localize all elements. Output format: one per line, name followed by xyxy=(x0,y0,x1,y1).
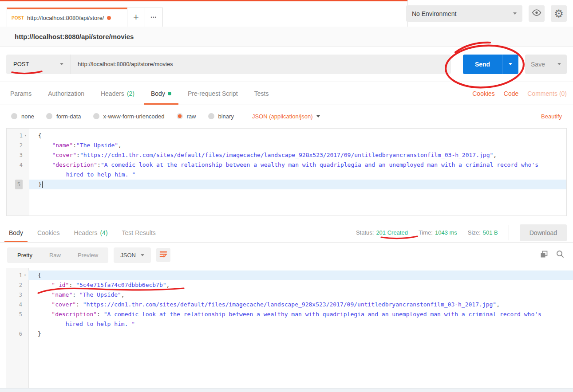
tab-authorization[interactable]: Authorization xyxy=(48,82,84,105)
editor-line[interactable]: 1▾{ xyxy=(7,131,566,141)
environment-quick-look-button[interactable] xyxy=(529,5,545,22)
request-tab[interactable]: POST http://localhost:8080/api/store/ xyxy=(7,8,127,27)
request-url-input[interactable] xyxy=(71,55,451,74)
chevron-down-icon xyxy=(141,254,144,256)
line-number-gutter: 5 xyxy=(7,180,29,189)
copy-response-button[interactable] xyxy=(540,251,548,260)
response-format-selector[interactable]: JSON xyxy=(114,247,151,263)
radio-selected-icon[interactable] xyxy=(177,113,183,119)
response-tab-cookies[interactable]: Cookies xyxy=(37,223,60,242)
editor-line[interactable]: 2 "name":"The Upside", xyxy=(7,141,566,150)
line-number-gutter: 3 xyxy=(7,150,29,160)
view-mode-raw[interactable]: Raw xyxy=(41,252,69,259)
beautify-link[interactable]: Beautify xyxy=(541,113,562,120)
request-body-editor[interactable]: 1▾{2 "name":"The Upside",3 "cover":"http… xyxy=(6,128,567,216)
app-top-bar: POST http://localhost:8080/api/store/ + … xyxy=(0,0,573,27)
response-view-mode-group: Pretty Raw Preview xyxy=(7,247,108,263)
time-value: 1043 ms xyxy=(435,229,457,236)
text-cursor xyxy=(42,181,43,188)
line-number-gutter xyxy=(7,170,29,180)
body-filled-dot xyxy=(168,92,171,95)
fold-toggle-icon[interactable]: ▾ xyxy=(24,131,28,141)
response-header: Body Cookies Headers (4) Test Results St… xyxy=(0,223,573,243)
comments-link[interactable]: Comments (0) xyxy=(527,90,567,97)
tab-method-badge: POST xyxy=(12,16,24,20)
response-size: Size: 501 B xyxy=(468,229,498,236)
top-accent-bar xyxy=(0,0,407,1)
body-type-none[interactable]: none xyxy=(11,113,34,120)
url-builder-row: POST Send Save xyxy=(0,47,573,82)
line-number-gutter: 4 xyxy=(6,300,28,310)
chevron-down-icon xyxy=(557,63,561,65)
tab-body[interactable]: Body xyxy=(151,82,171,105)
body-type-binary[interactable]: binary xyxy=(208,113,234,120)
new-tab-button[interactable]: + xyxy=(127,8,145,27)
tab-url-label: http://localhost:8080/api/store/ xyxy=(27,15,104,21)
body-type-row: none form-data x-www-form-urlencoded raw… xyxy=(0,105,573,127)
tab-tests[interactable]: Tests xyxy=(254,82,269,105)
response-tab-headers[interactable]: Headers (4) xyxy=(74,223,108,242)
gear-icon: ⚙ xyxy=(554,8,564,19)
size-value: 501 B xyxy=(483,229,498,236)
response-body-viewer[interactable]: 1▾{2 "_id": "5c4e715fa74c07dbbb6ecb7b",3… xyxy=(6,268,573,388)
response-toolbar: Pretty Raw Preview JSON xyxy=(0,243,573,267)
editor-line[interactable]: 5} xyxy=(7,180,566,189)
response-tab-test-results[interactable]: Test Results xyxy=(122,223,156,242)
radio-icon[interactable] xyxy=(93,113,99,119)
wrap-lines-button[interactable] xyxy=(156,248,170,262)
line-number-gutter: 4 xyxy=(7,160,29,170)
response-tab-body[interactable]: Body xyxy=(9,223,23,242)
line-number-gutter: 1▾ xyxy=(6,270,28,280)
request-tab-strip: POST http://localhost:8080/api/store/ + … xyxy=(7,8,163,27)
editor-line[interactable]: 4 "description":"A comedic look at the r… xyxy=(7,160,566,170)
editor-line[interactable]: 3 "cover":"https://cdn1.thr.com/sites/de… xyxy=(7,150,566,160)
download-button[interactable]: Download xyxy=(520,224,567,241)
editor-line[interactable]: 5 "description": "A comedic look at the … xyxy=(6,310,573,319)
environment-selected-label: No Environment xyxy=(412,10,456,17)
editor-line[interactable]: hired to help him. " xyxy=(7,170,566,180)
bottom-scrollbar-track[interactable] xyxy=(0,388,573,392)
tab-params[interactable]: Params xyxy=(10,82,32,105)
line-number-gutter: 1▾ xyxy=(7,131,29,141)
headers-count-badge: (2) xyxy=(127,90,134,97)
editor-line[interactable]: hired to help him. " xyxy=(6,319,573,329)
search-icon xyxy=(556,252,564,259)
body-type-form-data[interactable]: form-data xyxy=(46,113,81,120)
http-method-selector[interactable]: POST xyxy=(6,55,71,74)
editor-line[interactable]: 2 "_id": "5c4e715fa74c07dbbb6ecb7b", xyxy=(6,280,573,290)
radio-icon[interactable] xyxy=(208,113,214,119)
chevron-down-icon xyxy=(513,12,517,15)
chevron-down-icon xyxy=(316,115,320,118)
view-mode-pretty[interactable]: Pretty xyxy=(9,252,41,259)
send-options-button[interactable] xyxy=(502,55,518,74)
eye-icon xyxy=(532,9,541,18)
editor-line[interactable]: 6} xyxy=(6,329,573,339)
tab-pre-request-script[interactable]: Pre-request Script xyxy=(188,82,238,105)
settings-button[interactable]: ⚙ xyxy=(551,5,567,22)
search-response-button[interactable] xyxy=(556,250,564,260)
view-mode-preview[interactable]: Preview xyxy=(69,252,107,259)
editor-line[interactable]: 4 "cover": "https://cdn1.thr.com/sites/d… xyxy=(6,300,573,310)
fold-toggle-icon[interactable]: ▾ xyxy=(23,270,27,280)
environment-selector[interactable]: No Environment xyxy=(406,5,522,22)
line-number-gutter: 6 xyxy=(6,329,28,339)
content-type-selector[interactable]: JSON (application/json) xyxy=(252,113,320,120)
chevron-down-icon xyxy=(509,63,512,65)
radio-icon[interactable] xyxy=(46,113,52,119)
body-type-raw[interactable]: raw xyxy=(177,113,196,120)
editor-line[interactable]: 3 "name": "The Upside", xyxy=(6,290,573,300)
editor-line[interactable]: 1▾{ xyxy=(6,270,573,280)
code-link[interactable]: Code xyxy=(504,90,518,97)
send-button[interactable]: Send xyxy=(463,55,502,74)
radio-icon[interactable] xyxy=(11,113,17,119)
response-time: Time: 1043 ms xyxy=(419,229,457,236)
tab-headers[interactable]: Headers (2) xyxy=(101,82,134,105)
save-button[interactable]: Save xyxy=(525,55,551,74)
more-tabs-button[interactable]: ••• xyxy=(145,8,163,27)
body-type-x-www-form-urlencoded[interactable]: x-www-form-urlencoded xyxy=(93,113,165,120)
cookies-link[interactable]: Cookies xyxy=(472,90,495,97)
unsaved-changes-dot xyxy=(107,16,111,20)
save-options-button[interactable] xyxy=(551,55,567,74)
line-number-gutter: 5 xyxy=(6,310,28,319)
response-headers-count-badge: (4) xyxy=(100,229,107,236)
